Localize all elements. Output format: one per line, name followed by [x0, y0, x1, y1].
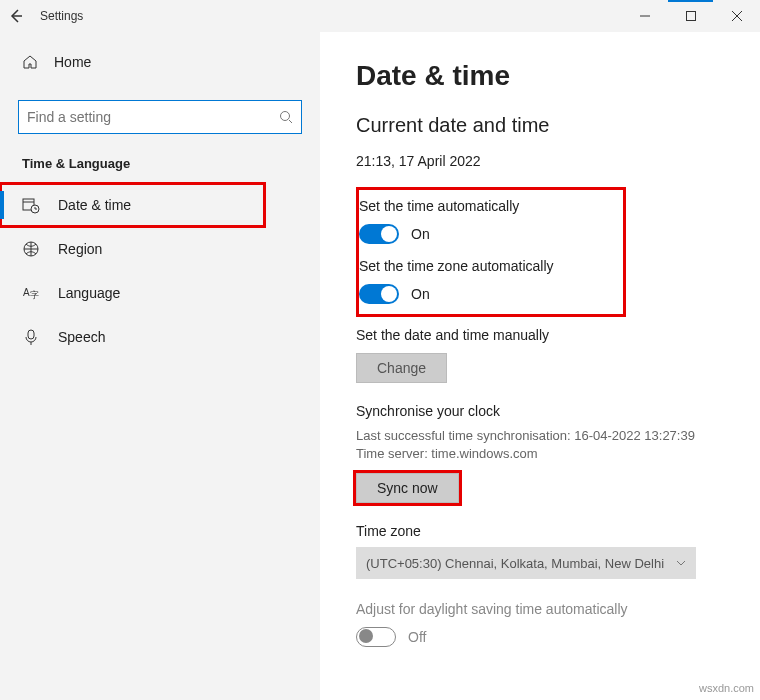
manual-label: Set the date and time manually	[356, 327, 724, 343]
nav-item-label: Region	[58, 241, 102, 257]
auto-time-toggle-row: On	[359, 224, 613, 244]
watermark: wsxdn.com	[699, 682, 754, 694]
minimize-button[interactable]	[622, 0, 668, 32]
sync-now-button[interactable]: Sync now	[356, 473, 459, 503]
timezone-heading: Time zone	[356, 523, 724, 539]
calendar-clock-icon	[22, 196, 40, 214]
dst-toggle-row: Off	[356, 627, 724, 647]
auto-tz-label: Set the time zone automatically	[359, 258, 613, 274]
dst-state: Off	[408, 629, 426, 645]
chevron-down-icon	[676, 558, 686, 568]
sync-last: Last successful time synchronisation: 16…	[356, 427, 724, 445]
maximize-button[interactable]	[668, 0, 714, 32]
nav-item-label: Language	[58, 285, 120, 301]
search-box[interactable]	[18, 100, 302, 134]
window-title: Settings	[32, 9, 83, 23]
category-heading: Time & Language	[0, 134, 320, 183]
sync-section: Synchronise your clock Last successful t…	[356, 403, 724, 503]
svg-text:字: 字	[30, 290, 39, 300]
body: Home Time & Language Date & time	[0, 32, 760, 700]
settings-window: Settings Home Time & Language	[0, 0, 760, 700]
home-link[interactable]: Home	[0, 42, 320, 82]
nav-list: Date & time Region A字 Language	[0, 183, 320, 359]
auto-tz-toggle-row: On	[359, 284, 613, 304]
auto-settings-group: Set the time automatically On Set the ti…	[356, 187, 626, 317]
main-panel: Date & time Current date and time 21:13,…	[320, 32, 760, 700]
auto-time-label: Set the time automatically	[359, 198, 613, 214]
sidebar: Home Time & Language Date & time	[0, 32, 320, 700]
svg-text:A: A	[23, 287, 30, 298]
auto-time-toggle[interactable]	[359, 224, 399, 244]
sync-info: Last successful time synchronisation: 16…	[356, 427, 724, 463]
page-subheading: Current date and time	[356, 114, 724, 137]
nav-item-date-time[interactable]: Date & time	[0, 183, 265, 227]
nav-item-language[interactable]: A字 Language	[0, 271, 320, 315]
window-controls	[622, 0, 760, 32]
page-heading: Date & time	[356, 60, 724, 92]
nav-item-region[interactable]: Region	[0, 227, 320, 271]
sync-server: Time server: time.windows.com	[356, 445, 724, 463]
auto-time-state: On	[411, 226, 430, 242]
current-datetime: 21:13, 17 April 2022	[356, 153, 724, 169]
back-button[interactable]	[0, 9, 32, 23]
timezone-value: (UTC+05:30) Chennai, Kolkata, Mumbai, Ne…	[366, 556, 664, 571]
timezone-section: Time zone (UTC+05:30) Chennai, Kolkata, …	[356, 523, 724, 579]
nav-item-label: Speech	[58, 329, 105, 345]
svg-rect-7	[28, 330, 34, 339]
search-icon	[273, 110, 293, 124]
dst-toggle	[356, 627, 396, 647]
auto-tz-state: On	[411, 286, 430, 302]
home-label: Home	[54, 54, 91, 70]
home-icon	[22, 54, 38, 70]
microphone-icon	[22, 328, 40, 346]
search-input[interactable]	[27, 109, 273, 125]
sync-heading: Synchronise your clock	[356, 403, 724, 419]
language-icon: A字	[22, 284, 40, 302]
dst-label: Adjust for daylight saving time automati…	[356, 601, 724, 617]
nav-item-speech[interactable]: Speech	[0, 315, 320, 359]
minimize-icon	[640, 11, 650, 21]
close-button[interactable]	[714, 0, 760, 32]
svg-rect-0	[687, 12, 696, 21]
dst-section: Adjust for daylight saving time automati…	[356, 601, 724, 647]
auto-tz-toggle[interactable]	[359, 284, 399, 304]
change-button: Change	[356, 353, 447, 383]
globe-icon	[22, 240, 40, 258]
timezone-dropdown: (UTC+05:30) Chennai, Kolkata, Mumbai, Ne…	[356, 547, 696, 579]
titlebar: Settings	[0, 0, 760, 32]
manual-section: Set the date and time manually Change	[356, 327, 724, 383]
maximize-icon	[686, 11, 696, 21]
close-icon	[732, 11, 742, 21]
back-arrow-icon	[9, 9, 23, 23]
nav-item-label: Date & time	[58, 197, 131, 213]
svg-point-1	[281, 112, 290, 121]
